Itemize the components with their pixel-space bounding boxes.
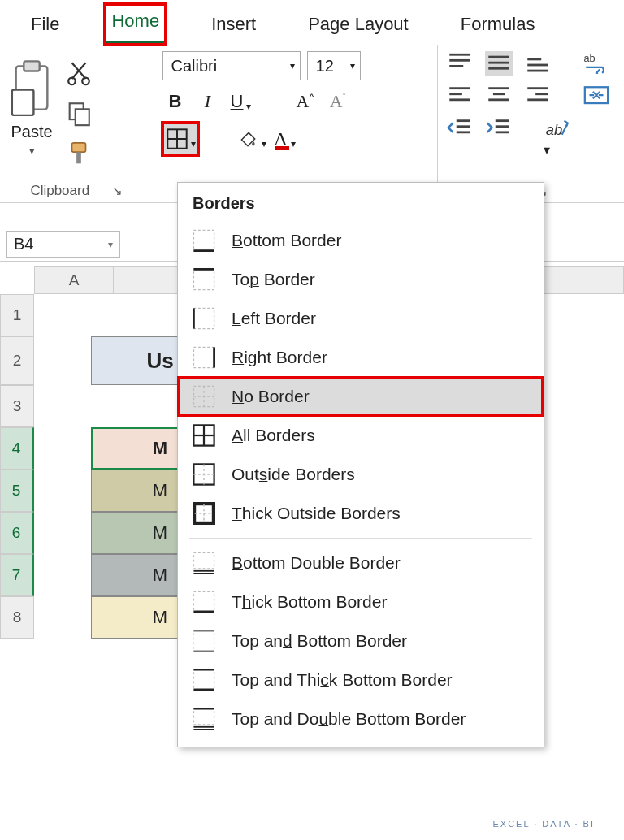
borders-button[interactable]: ▾ [162, 123, 198, 155]
row-header-7[interactable]: 7 [0, 554, 34, 596]
border-grid-icon [167, 128, 188, 149]
cut-button[interactable] [65, 59, 93, 90]
separator [189, 538, 532, 539]
chevron-down-icon: ▾ [262, 138, 266, 149]
paste-button[interactable]: Paste ▾ [8, 51, 55, 171]
svg-text:ab: ab [583, 52, 595, 64]
border-top-item[interactable]: Top Border [178, 260, 544, 299]
underline-button[interactable]: U▾ [228, 87, 254, 116]
row-header-5[interactable]: 5 [0, 470, 34, 512]
border-thick-outside-item[interactable]: Thick Outside Borders [178, 494, 544, 533]
align-top-button[interactable] [446, 51, 474, 76]
group-clipboard-label: Clipboard [30, 183, 89, 199]
border-left-item[interactable]: Left Border [178, 299, 544, 338]
tab-home[interactable]: Home [105, 4, 166, 45]
increase-indent-button[interactable] [485, 116, 513, 141]
clipboard-paste-icon [8, 59, 55, 119]
column-header-a[interactable]: A [34, 266, 114, 294]
svg-rect-43 [193, 308, 214, 328]
svg-rect-45 [193, 347, 214, 367]
svg-rect-62 [193, 591, 214, 612]
align-right-button[interactable] [524, 84, 552, 108]
svg-rect-67 [193, 669, 214, 690]
svg-rect-70 [193, 708, 214, 725]
font-name-select[interactable]: Calibri▾ [162, 51, 301, 80]
decrease-indent-button[interactable] [446, 116, 474, 141]
svg-rect-1 [24, 61, 39, 71]
row-header-6[interactable]: 6 [0, 512, 34, 554]
svg-rect-7 [72, 143, 86, 152]
borders-dropdown: Borders Bottom Border Top Border Left Bo… [177, 182, 544, 747]
svg-rect-2 [12, 89, 34, 115]
border-thick-bottom-item[interactable]: Thick Bottom Border [178, 582, 544, 621]
wrap-text-button[interactable]: ab [583, 51, 610, 76]
copy-button[interactable] [65, 100, 93, 131]
group-font: Calibri▾ 12▾ B I U▾ A^ Aˇ ▾ ▾ A▾ [154, 45, 438, 202]
row-header-1[interactable]: 1 [0, 294, 34, 336]
fill-color-button[interactable]: ▾ [237, 124, 265, 154]
svg-rect-39 [193, 230, 214, 250]
italic-button[interactable]: I [195, 87, 221, 116]
group-clipboard: Paste ▾ Clipboard↘ [0, 45, 154, 202]
border-right-item[interactable]: Right Border [178, 338, 544, 377]
font-color-swatch-icon [275, 146, 289, 150]
tab-file[interactable]: File [24, 7, 66, 45]
chevron-down-icon: ▾ [544, 143, 550, 157]
paste-label: Paste [11, 123, 52, 141]
font-size-select[interactable]: 12▾ [307, 51, 361, 80]
border-bottom-double-item[interactable]: Bottom Double Border [178, 543, 544, 582]
group-alignment: ab ab▾ ↘ [438, 45, 624, 202]
borders-dropdown-title: Borders [178, 183, 544, 221]
svg-rect-41 [193, 269, 214, 289]
chevron-down-icon: ▾ [291, 138, 296, 149]
align-bottom-button[interactable] [524, 51, 552, 76]
border-top-thick-bottom-item[interactable]: Top and Thick Bottom Border [178, 660, 544, 699]
chevron-down-icon: ▾ [246, 101, 251, 112]
align-left-button[interactable] [446, 84, 474, 108]
border-bottom-item[interactable]: Bottom Border [178, 221, 544, 260]
bold-button[interactable]: B [162, 87, 188, 116]
border-top-double-bottom-item[interactable]: Top and Double Bottom Border [178, 699, 544, 738]
tab-page-layout[interactable]: Page Layout [301, 7, 415, 45]
row-header-4[interactable]: 4 [0, 427, 34, 470]
font-color-button[interactable]: A▾ [271, 124, 297, 154]
border-all-item[interactable]: All Borders [178, 416, 544, 455]
tab-formulas[interactable]: Formulas [454, 7, 542, 45]
svg-rect-64 [193, 630, 214, 651]
border-outside-item[interactable]: Outside Borders [178, 455, 544, 494]
paint-bucket-icon [237, 128, 258, 149]
name-box[interactable]: B4▾ [6, 231, 120, 258]
row-header-3[interactable]: 3 [0, 385, 34, 427]
tab-insert[interactable]: Insert [205, 7, 262, 45]
merge-center-button[interactable] [583, 84, 610, 108]
align-middle-button[interactable] [485, 51, 513, 76]
border-top-bottom-item[interactable]: Top and Bottom Border [178, 621, 544, 660]
watermark: EXCEL · DATA · BI [493, 819, 596, 829]
svg-rect-6 [76, 109, 89, 125]
chevron-down-icon: ▾ [350, 60, 355, 71]
chevron-down-icon: ▾ [191, 138, 196, 149]
increase-font-button[interactable]: A^ [292, 87, 318, 116]
orientation-button[interactable]: ab▾ [544, 116, 571, 141]
format-painter-button[interactable] [65, 141, 93, 171]
align-center-button[interactable] [485, 84, 513, 108]
border-none-item[interactable]: No Border [178, 377, 544, 416]
svg-text:ab: ab [545, 121, 561, 138]
chevron-down-icon: ▾ [108, 239, 113, 250]
clipboard-launcher-icon[interactable]: ↘ [112, 184, 123, 198]
row-header-8[interactable]: 8 [0, 596, 34, 639]
svg-rect-59 [193, 552, 214, 569]
row-header-2[interactable]: 2 [0, 336, 34, 385]
svg-rect-8 [76, 152, 81, 163]
chevron-down-icon: ▾ [290, 60, 295, 71]
chevron-down-icon: ▾ [29, 145, 35, 157]
decrease-font-button[interactable]: Aˇ [325, 87, 351, 116]
